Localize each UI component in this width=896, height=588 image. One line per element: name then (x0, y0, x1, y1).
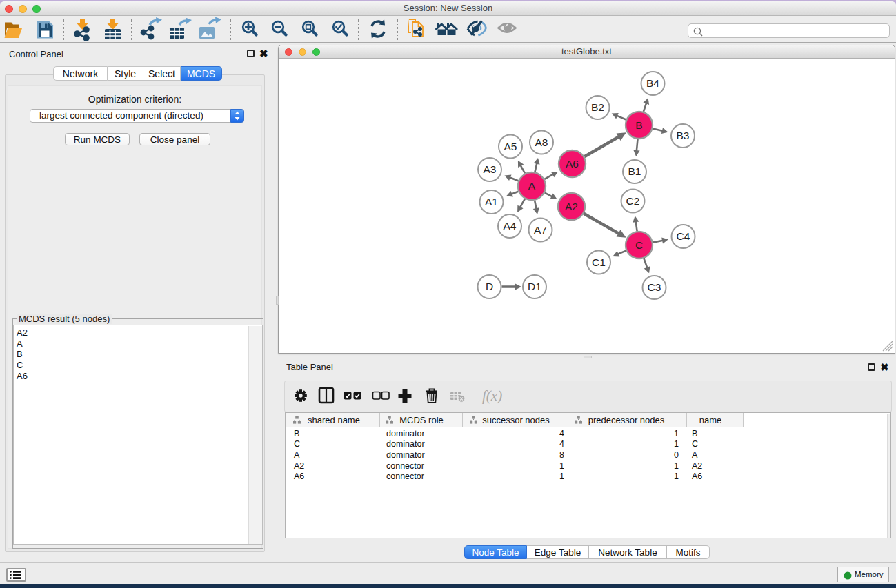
svg-text:A6: A6 (566, 158, 579, 170)
svg-text:f(x): f(x) (482, 387, 502, 404)
svg-text:A5: A5 (504, 141, 517, 152)
svg-text:B1: B1 (628, 165, 641, 177)
svg-text:D: D (486, 281, 493, 292)
svg-text:C3: C3 (648, 281, 661, 293)
svg-text:C2: C2 (626, 195, 640, 207)
svg-text:A7: A7 (534, 224, 547, 236)
svg-text:B2: B2 (591, 101, 604, 113)
svg-text:D1: D1 (528, 281, 541, 292)
svg-text:C4: C4 (677, 230, 690, 242)
svg-text:B: B (635, 119, 642, 131)
svg-text:B3: B3 (677, 130, 690, 141)
svg-text:A4: A4 (504, 220, 517, 232)
svg-text:A8: A8 (535, 136, 548, 148)
svg-text:A2: A2 (565, 201, 578, 212)
svg-text:B4: B4 (646, 77, 659, 89)
svg-text:C1: C1 (592, 256, 606, 268)
svg-text:A: A (528, 180, 536, 192)
svg-text:A1: A1 (485, 196, 498, 207)
svg-text:C: C (635, 239, 643, 251)
svg-text:A3: A3 (484, 163, 497, 175)
